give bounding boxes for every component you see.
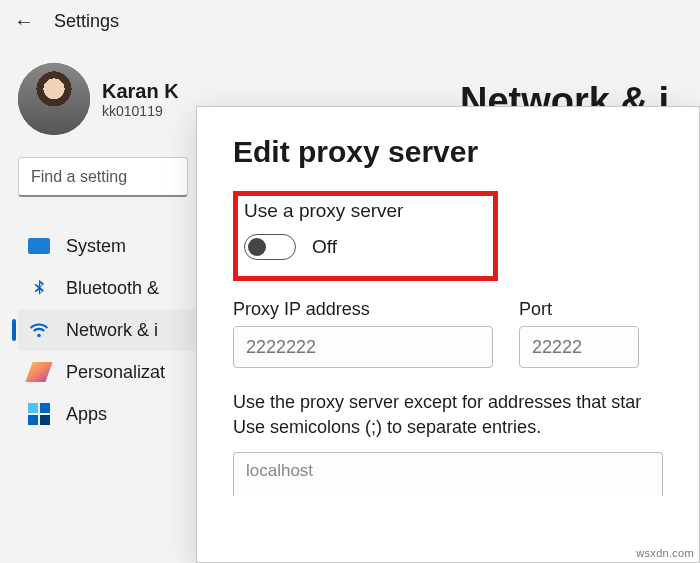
- back-button[interactable]: ←: [14, 10, 34, 33]
- profile-name: Karan K: [102, 80, 179, 103]
- proxy-port-label: Port: [519, 299, 639, 320]
- profile-email: kk010119: [102, 103, 179, 119]
- bypass-description: Use the proxy server except for addresse…: [233, 390, 663, 440]
- dialog-title: Edit proxy server: [233, 135, 663, 169]
- bluetooth-icon: [28, 277, 50, 299]
- watermark: wsxdn.com: [636, 547, 694, 559]
- proxy-toggle-label: Use a proxy server: [244, 200, 403, 222]
- apps-icon: [28, 403, 50, 425]
- highlight-box: Use a proxy server Off: [233, 191, 498, 281]
- search-placeholder: Find a setting: [31, 168, 127, 186]
- sidebar-item-label: Network & i: [66, 320, 158, 341]
- proxy-ip-label: Proxy IP address: [233, 299, 493, 320]
- proxy-toggle-state: Off: [312, 236, 337, 258]
- sidebar-item-label: Apps: [66, 404, 107, 425]
- proxy-ip-input[interactable]: [233, 326, 493, 368]
- proxy-toggle[interactable]: [244, 234, 296, 260]
- brush-icon: [28, 361, 50, 383]
- search-input[interactable]: Find a setting: [18, 157, 188, 197]
- edit-proxy-dialog: Edit proxy server Use a proxy server Off…: [196, 106, 700, 563]
- wifi-icon: [28, 319, 50, 341]
- system-icon: [28, 235, 50, 257]
- app-title: Settings: [54, 11, 119, 32]
- sidebar-item-label: Personalizat: [66, 362, 165, 383]
- proxy-port-input[interactable]: [519, 326, 639, 368]
- sidebar-item-label: Bluetooth &: [66, 278, 159, 299]
- sidebar-item-label: System: [66, 236, 126, 257]
- avatar: [18, 63, 90, 135]
- bypass-placeholder: localhost: [246, 461, 313, 480]
- bypass-input[interactable]: localhost: [233, 452, 663, 496]
